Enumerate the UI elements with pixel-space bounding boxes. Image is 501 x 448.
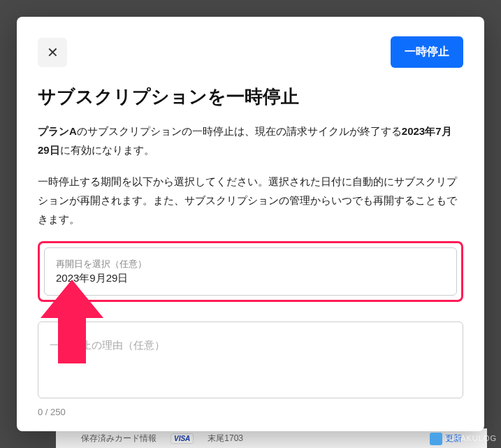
- pause-button[interactable]: 一時停止: [391, 36, 463, 68]
- resume-date-input[interactable]: 再開日を選択（任意） 2023年9月29日: [44, 247, 457, 296]
- visa-badge: VISA: [170, 433, 194, 444]
- modal-header: ✕ 一時停止: [38, 36, 463, 68]
- close-button[interactable]: ✕: [38, 38, 67, 67]
- pause-subscription-modal: ✕ 一時停止 サブスクリプションを一時停止 プランAのサブスクリプションの一時停…: [17, 17, 484, 431]
- watermark: HIRAKULOG: [430, 433, 497, 445]
- paragraph-1: プランAのサブスクリプションの一時停止は、現在の請求サイクルが終了する2023年…: [38, 122, 463, 159]
- bg-card-last: 末尾1703: [208, 433, 243, 445]
- resume-date-label: 再開日を選択（任意）: [56, 258, 445, 270]
- resume-date-value: 2023年9月29日: [56, 272, 445, 285]
- close-icon: ✕: [47, 44, 59, 61]
- p1-end: に有効になります。: [60, 144, 154, 156]
- modal-title: サブスクリプションを一時停止: [38, 85, 463, 109]
- pause-reason-textarea[interactable]: [38, 321, 463, 398]
- watermark-icon: [430, 433, 442, 445]
- p1-mid: のサブスクリプションの一時停止は、現在の請求サイクルが終了する: [77, 125, 402, 137]
- char-count: 0 / 250: [38, 407, 463, 417]
- watermark-text: HIRAKULOG: [445, 434, 497, 442]
- date-highlight-box: 再開日を選択（任意） 2023年9月29日: [38, 241, 463, 302]
- bg-saved-card-label: 保存済みカード情報: [81, 433, 157, 445]
- background-strip: 保存済みカード情報 VISA 末尾1703 更新: [56, 428, 487, 448]
- paragraph-2: 一時停止する期間を以下から選択してください。選択された日付に自動的にサブスクリプ…: [38, 172, 463, 229]
- plan-name: プランA: [38, 125, 77, 137]
